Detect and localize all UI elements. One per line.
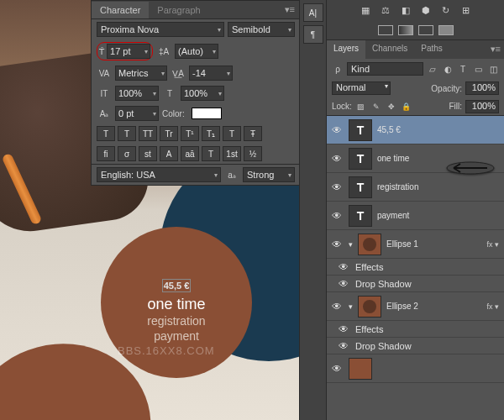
titling-button[interactable]: T (202, 146, 220, 161)
visibility-icon[interactable]: 👁 (337, 340, 350, 352)
character-panel[interactable]: Character Paragraph ▾≡ Proxima Nova Semi… (91, 0, 301, 186)
swatches-icon[interactable]: ◧ (399, 4, 412, 16)
grid-icon[interactable]: ⊞ (459, 4, 473, 16)
strike-button[interactable]: Ŧ (244, 126, 262, 141)
paragraph-panel-icon[interactable]: ¶ (303, 25, 323, 44)
leading-field[interactable]: (Auto) (175, 44, 218, 59)
diag-shape-icon[interactable] (418, 25, 433, 35)
visibility-icon[interactable]: 👁 (330, 124, 344, 136)
tab-paths[interactable]: Paths (414, 40, 449, 59)
visibility-icon[interactable]: 👁 (330, 239, 344, 250)
arrange-icon[interactable]: ▦ (359, 4, 372, 16)
layer-name[interactable]: Ellipse 1 (386, 239, 481, 249)
allcaps-button[interactable]: TT (139, 126, 157, 141)
filter-shape-icon[interactable]: ▭ (472, 65, 484, 74)
type-panel-icon[interactable]: A| (303, 3, 323, 22)
swash-button[interactable]: A (160, 146, 178, 161)
disclosure-icon[interactable]: ▾ (349, 302, 353, 311)
layer-name[interactable]: registration (377, 182, 501, 192)
scales-icon[interactable]: ⚖ (379, 4, 392, 16)
font-size-field[interactable]: 17 pt (107, 44, 150, 59)
disclosure-icon[interactable]: ▾ (349, 240, 353, 249)
layer-row[interactable]: 👁 ▾ Ellipse 1 fx ▾ (327, 230, 504, 259)
tab-paragraph[interactable]: Paragraph (149, 2, 208, 18)
filter-type-icon[interactable]: T (457, 65, 469, 74)
filter-smart-icon[interactable]: ◫ (487, 65, 499, 74)
visibility-icon[interactable]: 👁 (330, 210, 344, 222)
layers-menu-icon[interactable]: ▾≡ (487, 40, 504, 59)
layer-effect-item[interactable]: 👁Drop Shadow (327, 338, 504, 354)
layer-effects-row[interactable]: 👁Effects (327, 259, 504, 276)
layer-row[interactable]: 👁 T 45,5 € (327, 116, 504, 144)
font-family-dropdown[interactable]: Proxima Nova (97, 22, 224, 37)
fill-shape-icon[interactable] (438, 25, 454, 35)
visibility-icon[interactable]: 👁 (330, 153, 344, 165)
antialias-dropdown[interactable]: Strong (243, 167, 295, 182)
visibility-icon[interactable]: 👁 (330, 301, 344, 312)
color-swatch[interactable] (192, 108, 222, 119)
faux-bold-button[interactable]: T (97, 126, 115, 141)
subscript-button[interactable]: T₁ (202, 126, 220, 141)
underline-button[interactable]: T (223, 126, 241, 141)
refresh-icon[interactable]: ↻ (439, 4, 453, 16)
fx-badge[interactable]: fx ▾ (486, 302, 499, 311)
filter-icon[interactable]: ρ (332, 65, 344, 74)
visibility-icon[interactable]: 👁 (337, 261, 350, 273)
filter-pixel-icon[interactable]: ▱ (427, 65, 438, 74)
stylistic-button[interactable]: aā (181, 146, 199, 161)
layer-name[interactable]: payment (377, 211, 501, 220)
lock-pixel-icon[interactable]: ✎ (370, 102, 382, 111)
tab-layers[interactable]: Layers (327, 40, 365, 59)
collapsed-panel-strip[interactable]: A| ¶ (299, 0, 326, 420)
layer-row[interactable]: 👁 T registration (327, 173, 504, 202)
visibility-icon[interactable]: 👁 (337, 323, 350, 335)
tab-channels[interactable]: Channels (365, 40, 414, 59)
visibility-icon[interactable]: 👁 (330, 181, 344, 193)
layers-panel[interactable]: ▦ ⚖ ◧ ⬢ ↻ ⊞ Layers Channels Paths ▾≡ ρ K… (326, 0, 504, 420)
hscale-icon: T (162, 89, 177, 98)
fill-field[interactable]: 100% (465, 100, 499, 113)
lock-pos-icon[interactable]: ✥ (386, 102, 397, 111)
lock-trans-icon[interactable]: ▨ (355, 102, 367, 111)
tracking-field[interactable]: -14 (189, 66, 233, 81)
faux-italic-button[interactable]: T (118, 126, 136, 141)
contextual-button[interactable]: σ (118, 146, 136, 161)
superscript-button[interactable]: T¹ (181, 126, 199, 141)
layer-row[interactable]: 👁 (327, 354, 504, 383)
smallcaps-button[interactable]: Tr (160, 126, 178, 141)
layer-row[interactable]: 👁 ▾ Ellipse 2 fx ▾ (327, 292, 504, 321)
ligatures-button[interactable]: fi (97, 146, 115, 161)
filter-kind-dropdown[interactable]: Kind (347, 62, 423, 76)
rect-shape-icon[interactable] (378, 25, 393, 35)
visibility-icon[interactable]: 👁 (337, 278, 350, 290)
layer-row[interactable]: 👁 T payment (327, 202, 504, 230)
baseline-icon: Aₐ (97, 109, 112, 118)
language-dropdown[interactable]: English: USA (97, 167, 221, 182)
layer-list[interactable]: 👁 T 45,5 € 👁 T one time 👁 T registration… (327, 116, 504, 383)
type-layer-thumb: T (349, 205, 372, 227)
baseline-field[interactable]: 0 pt (115, 106, 159, 121)
visibility-icon[interactable]: 👁 (330, 363, 344, 375)
fx-badge[interactable]: fx ▾ (486, 240, 499, 249)
font-size-icon: T̂ (99, 47, 104, 56)
kerning-field[interactable]: Metrics (115, 66, 167, 81)
price-text[interactable]: 45,5 € (101, 269, 252, 295)
filter-adjust-icon[interactable]: ◐ (442, 65, 454, 74)
layer-name[interactable]: 45,5 € (377, 125, 501, 134)
discretionary-button[interactable]: st (139, 146, 157, 161)
lock-all-icon[interactable]: 🔒 (401, 102, 412, 111)
layer-effect-item[interactable]: 👁Drop Shadow (327, 276, 504, 292)
panel-menu-icon[interactable]: ▾≡ (280, 4, 300, 15)
blend-mode-dropdown[interactable]: Normal (332, 81, 391, 95)
fractions-button[interactable]: ½ (244, 146, 262, 161)
opacity-field[interactable]: 100% (465, 81, 499, 95)
cube-icon[interactable]: ⬢ (419, 4, 433, 16)
ordinals-button[interactable]: 1st (223, 146, 241, 161)
layer-effects-row[interactable]: 👁Effects (327, 321, 504, 338)
vscale-field[interactable]: 100% (115, 86, 159, 101)
hscale-field[interactable]: 100% (181, 86, 224, 101)
gradient-shape-icon[interactable] (398, 25, 413, 35)
layer-name[interactable]: Ellipse 2 (386, 302, 481, 311)
font-weight-dropdown[interactable]: Semibold (228, 22, 295, 37)
tab-character[interactable]: Character (92, 2, 149, 18)
